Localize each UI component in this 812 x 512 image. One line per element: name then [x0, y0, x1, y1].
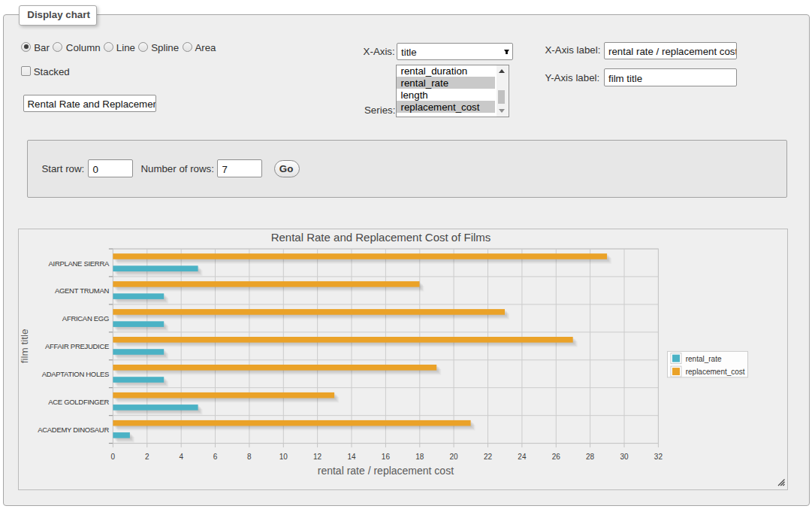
svg-text:2: 2 [145, 453, 149, 461]
svg-text:14: 14 [347, 453, 356, 461]
svg-text:18: 18 [415, 453, 424, 461]
svg-text:6: 6 [213, 453, 218, 461]
svg-text:22: 22 [484, 453, 493, 461]
svg-text:rental_rate: rental_rate [686, 355, 722, 363]
svg-text:24: 24 [518, 453, 527, 461]
svg-text:replacement_cost: replacement_cost [686, 368, 745, 376]
svg-text:32: 32 [654, 453, 663, 461]
svg-text:30: 30 [620, 453, 629, 461]
svg-text:28: 28 [586, 453, 595, 461]
svg-text:0: 0 [111, 453, 116, 461]
svg-text:AFFAIR PREJUDICE: AFFAIR PREJUDICE [45, 342, 109, 350]
svg-text:8: 8 [247, 453, 252, 461]
svg-text:16: 16 [382, 453, 391, 461]
svg-text:26: 26 [552, 453, 561, 461]
svg-text:12: 12 [313, 453, 322, 461]
svg-text:20: 20 [450, 453, 459, 461]
svg-text:ACADEMY DINOSAUR: ACADEMY DINOSAUR [38, 426, 109, 434]
svg-text:AIRPLANE SIERRA: AIRPLANE SIERRA [49, 259, 110, 268]
svg-text:AFRICAN EGG: AFRICAN EGG [62, 314, 109, 323]
svg-text:Rental Rate and Replacement Co: Rental Rate and Replacement Cost of Film… [271, 231, 491, 244]
svg-text:ADAPTATION HOLES: ADAPTATION HOLES [42, 370, 109, 378]
svg-text:ACE GOLDFINGER: ACE GOLDFINGER [48, 398, 109, 406]
svg-text:10: 10 [279, 453, 288, 461]
svg-text:4: 4 [179, 453, 183, 461]
svg-text:rental rate / replacement cost: rental rate / replacement cost [318, 465, 454, 477]
svg-text:film title: film title [19, 329, 30, 363]
svg-text:AGENT TRUMAN: AGENT TRUMAN [55, 286, 109, 295]
